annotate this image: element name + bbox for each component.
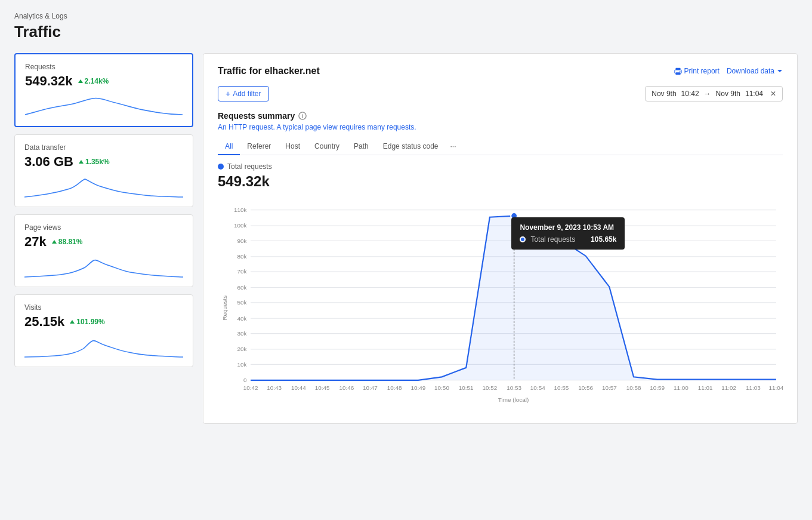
svg-text:80k: 80k — [237, 253, 246, 260]
svg-text:10:45: 10:45 — [315, 384, 330, 391]
stat-card-chart-page_views — [24, 254, 183, 278]
tooltip-title: November 9, 2023 10:53 AM — [520, 223, 616, 232]
page-title: Traffic — [14, 23, 798, 41]
tab-edge-status-code[interactable]: Edge status code — [376, 139, 446, 155]
date-range-close-button[interactable]: ✕ — [770, 90, 776, 98]
svg-text:70k: 70k — [237, 268, 246, 275]
add-filter-button[interactable]: + Add filter — [218, 86, 269, 101]
tooltip-row: Total requests 105.65k — [520, 235, 616, 244]
stat-card-data_transfer[interactable]: Data transfer 3.06 GB 1.35k% — [14, 134, 193, 207]
date-from-time: 10:42 — [681, 90, 699, 98]
stat-card-value-data_transfer: 3.06 GB 1.35k% — [24, 154, 183, 170]
tab-referer[interactable]: Referer — [240, 139, 278, 155]
panel-actions: Print report Download data — [674, 67, 783, 75]
tab-all[interactable]: All — [218, 139, 240, 155]
svg-rect-2 — [675, 72, 680, 75]
svg-text:110k: 110k — [234, 207, 247, 213]
date-to-time: 11:04 — [745, 90, 763, 98]
tooltip-value: 105.65k — [591, 235, 616, 244]
svg-text:10:55: 10:55 — [554, 384, 569, 391]
stat-card-label-page_views: Page views — [24, 223, 183, 232]
filter-row: + Add filter Nov 9th 10:42 → Nov 9th 11:… — [218, 86, 783, 101]
svg-text:10:50: 10:50 — [434, 384, 449, 391]
stat-card-chart-requests — [25, 94, 183, 118]
svg-text:11:02: 11:02 — [721, 384, 736, 391]
stat-card-chart-visits — [24, 334, 183, 358]
stat-card-requests[interactable]: Requests 549.32k 2.14k% — [14, 53, 193, 127]
svg-text:10:44: 10:44 — [291, 384, 306, 391]
svg-text:10k: 10k — [237, 361, 246, 368]
stat-card-visits[interactable]: Visits 25.15k 101.99% — [14, 294, 193, 367]
svg-text:30k: 30k — [237, 330, 246, 337]
tab-path[interactable]: Path — [347, 139, 376, 155]
svg-rect-0 — [675, 67, 680, 69]
panel-title: Traffic for elhacker.net — [218, 66, 320, 76]
svg-text:10:57: 10:57 — [602, 384, 617, 391]
summary-section: Requests summary i An HTTP request. A ty… — [218, 111, 783, 190]
svg-text:Time (local): Time (local) — [498, 396, 529, 403]
summary-desc: An HTTP request. A typical page view req… — [218, 123, 783, 131]
stat-card-value-requests: 549.32k 2.14k% — [25, 73, 183, 89]
date-range-picker[interactable]: Nov 9th 10:42 → Nov 9th 11:04 ✕ — [645, 86, 783, 101]
svg-text:10:51: 10:51 — [459, 384, 474, 391]
total-requests-value: 549.32k — [218, 173, 783, 190]
svg-text:i: i — [302, 113, 303, 119]
tab-host[interactable]: Host — [278, 139, 307, 155]
print-report-button[interactable]: Print report — [674, 67, 720, 75]
svg-text:40k: 40k — [237, 315, 246, 322]
stat-card-page_views[interactable]: Page views 27k 88.81% — [14, 214, 193, 287]
stat-card-value-visits: 25.15k 101.99% — [24, 314, 183, 330]
total-requests-label: Total requests — [218, 162, 783, 171]
svg-text:0: 0 — [243, 377, 247, 383]
tabs: AllRefererHostCountryPathEdge status cod… — [218, 139, 783, 155]
svg-text:10:59: 10:59 — [650, 384, 665, 391]
total-requests-dot — [218, 164, 224, 170]
svg-text:10:58: 10:58 — [626, 384, 641, 391]
svg-text:10:43: 10:43 — [267, 384, 282, 391]
chart-wrapper: November 9, 2023 10:53 AM Total requests… — [218, 199, 783, 411]
stat-card-change-visits: 101.99% — [69, 318, 104, 326]
svg-text:10:42: 10:42 — [243, 384, 258, 391]
panel-header: Traffic for elhacker.net Print report Do… — [218, 66, 783, 76]
svg-point-3 — [680, 70, 681, 72]
date-from-day: Nov 9th — [652, 90, 676, 98]
svg-text:10:53: 10:53 — [507, 384, 521, 391]
svg-text:11:01: 11:01 — [698, 384, 713, 391]
download-data-button[interactable]: Download data — [727, 67, 783, 75]
tab-country[interactable]: Country — [307, 139, 347, 155]
svg-text:50k: 50k — [237, 299, 246, 306]
tab-more-button[interactable]: ··· — [446, 139, 461, 155]
svg-marker-4 — [777, 70, 782, 72]
svg-text:10:54: 10:54 — [530, 384, 545, 391]
summary-title: Requests summary i — [218, 111, 783, 121]
sidebar-cards: Requests 549.32k 2.14k% Data transfer 3.… — [14, 53, 193, 424]
chart-tooltip: November 9, 2023 10:53 AM Total requests… — [511, 217, 625, 250]
svg-text:10:46: 10:46 — [339, 384, 354, 391]
svg-text:11:03: 11:03 — [746, 384, 761, 391]
stat-card-label-visits: Visits — [24, 303, 183, 312]
svg-text:60k: 60k — [237, 284, 246, 291]
tooltip-dot — [520, 236, 526, 242]
svg-text:Requests: Requests — [221, 296, 228, 321]
tooltip-label: Total requests — [530, 235, 586, 244]
svg-text:10:48: 10:48 — [387, 384, 402, 391]
svg-text:11:00: 11:00 — [674, 384, 688, 391]
svg-text:10:52: 10:52 — [482, 384, 497, 391]
svg-text:10:56: 10:56 — [578, 384, 593, 391]
stat-card-value-page_views: 27k 88.81% — [24, 234, 183, 250]
stat-card-change-data_transfer: 1.35k% — [78, 158, 110, 166]
stat-card-label-data_transfer: Data transfer — [24, 143, 183, 152]
svg-text:11:04: 11:04 — [769, 384, 783, 391]
stat-card-change-requests: 2.14k% — [78, 77, 109, 85]
breadcrumb: Analytics & Logs — [14, 12, 798, 20]
date-range-arrow: → — [704, 90, 711, 98]
svg-text:90k: 90k — [237, 238, 246, 244]
svg-text:20k: 20k — [237, 346, 246, 352]
stat-card-chart-data_transfer — [24, 174, 183, 198]
main-panel: Traffic for elhacker.net Print report Do… — [203, 53, 798, 424]
date-to-day: Nov 9th — [716, 90, 740, 98]
svg-text:10:49: 10:49 — [410, 384, 425, 391]
stat-card-change-page_views: 88.81% — [51, 238, 83, 246]
stat-card-label-requests: Requests — [25, 63, 183, 71]
svg-text:10:47: 10:47 — [363, 384, 378, 391]
